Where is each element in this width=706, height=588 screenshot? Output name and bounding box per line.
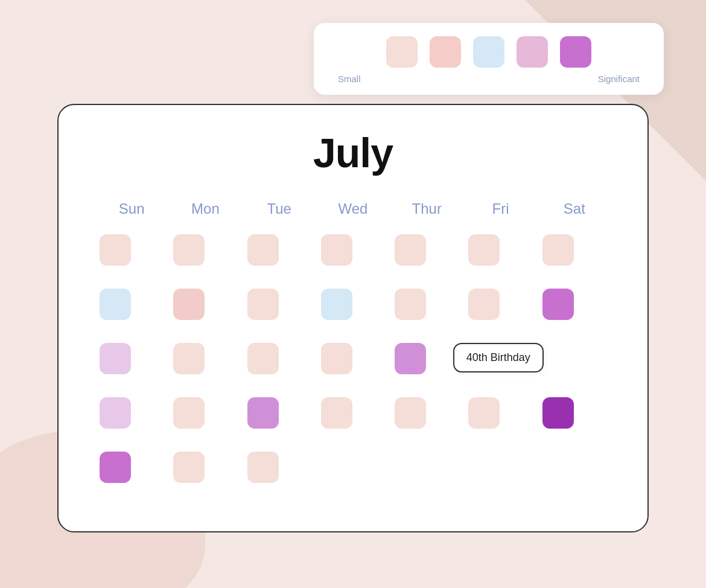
birthday-label: 40th Birthday bbox=[453, 343, 544, 372]
day-header-mon: Mon bbox=[168, 194, 242, 229]
cell-r2-mon[interactable] bbox=[168, 284, 242, 338]
cell-r5-fri[interactable] bbox=[463, 447, 537, 501]
legend-swatch-3 bbox=[473, 36, 504, 68]
legend-swatch-2 bbox=[430, 36, 461, 68]
cell-r2-thur[interactable] bbox=[390, 284, 463, 338]
cell-r5-thur[interactable] bbox=[390, 447, 463, 501]
cell-r5-sat[interactable] bbox=[538, 447, 611, 501]
cell-r5-mon[interactable] bbox=[168, 447, 242, 501]
cell-r1-sat[interactable] bbox=[538, 229, 611, 284]
cell-r3-mon[interactable] bbox=[168, 338, 242, 392]
cell-r1-tue[interactable] bbox=[243, 229, 316, 284]
cell-r5-wed[interactable] bbox=[316, 447, 390, 501]
cell-r3-sun[interactable] bbox=[95, 338, 168, 392]
calendar-card: July Sun Mon Tue Wed Thur Fri Sat bbox=[57, 104, 649, 532]
legend-label-small: Small bbox=[338, 74, 361, 84]
cell-r1-thur[interactable] bbox=[390, 229, 463, 284]
cell-r4-thur[interactable] bbox=[390, 392, 463, 447]
cell-r1-sun[interactable] bbox=[95, 229, 168, 284]
cell-r4-sun[interactable] bbox=[95, 392, 168, 447]
legend-label-significant: Significant bbox=[598, 74, 640, 84]
cell-r2-tue[interactable] bbox=[243, 284, 316, 338]
day-header-wed: Wed bbox=[316, 194, 390, 229]
cell-r3-wed[interactable] bbox=[316, 338, 390, 392]
cell-r3-tue[interactable] bbox=[243, 338, 316, 392]
cell-r5-tue[interactable] bbox=[243, 447, 316, 501]
cell-r4-sat[interactable] bbox=[538, 392, 611, 447]
cell-r5-sun[interactable] bbox=[95, 447, 168, 501]
legend-swatch-5 bbox=[560, 36, 591, 68]
legend-card: Small Significant bbox=[314, 23, 664, 95]
cell-r2-fri[interactable] bbox=[463, 284, 537, 338]
cell-r2-sun[interactable] bbox=[95, 284, 168, 338]
cell-r4-wed[interactable] bbox=[316, 392, 390, 447]
legend-labels: Small Significant bbox=[336, 74, 642, 84]
cell-r4-tue[interactable] bbox=[243, 392, 316, 447]
cell-r4-fri[interactable] bbox=[463, 392, 537, 447]
legend-swatches bbox=[386, 36, 591, 68]
legend-swatch-1 bbox=[386, 36, 418, 68]
legend-swatch-4 bbox=[517, 36, 548, 68]
cell-r2-sat[interactable] bbox=[538, 284, 611, 338]
cell-r4-mon[interactable] bbox=[168, 392, 242, 447]
cell-r1-wed[interactable] bbox=[316, 229, 390, 284]
day-header-fri: Fri bbox=[463, 194, 537, 229]
day-header-sun: Sun bbox=[95, 194, 168, 229]
day-header-sat: Sat bbox=[538, 194, 611, 229]
day-header-tue: Tue bbox=[243, 194, 316, 229]
calendar-grid: Sun Mon Tue Wed Thur Fri Sat 40th Birthd… bbox=[95, 194, 611, 501]
cell-r3-fri[interactable]: 40th Birthday bbox=[463, 338, 537, 392]
calendar-title: July bbox=[95, 129, 611, 176]
cell-r3-sat[interactable] bbox=[538, 338, 611, 392]
cell-r3-thur[interactable] bbox=[390, 338, 463, 392]
cell-r2-wed[interactable] bbox=[316, 284, 390, 338]
cell-r1-mon[interactable] bbox=[168, 229, 242, 284]
day-header-thur: Thur bbox=[390, 194, 463, 229]
cell-r1-fri[interactable] bbox=[463, 229, 537, 284]
